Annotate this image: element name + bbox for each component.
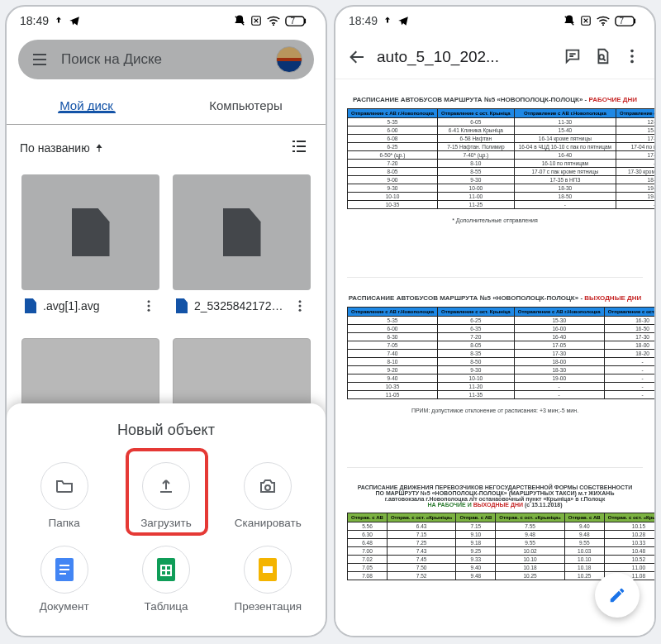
phone-left-drive: 18:49 7 Поиск на Диске Мой диск Комп [5, 5, 327, 637]
svg-point-5 [148, 305, 150, 308]
file-thumbnail [173, 174, 311, 290]
wifi-icon [597, 16, 610, 26]
silent-icon [564, 15, 575, 26]
close-box-icon [250, 15, 262, 26]
back-icon[interactable] [347, 47, 367, 67]
tab-label: Мой диск [59, 98, 113, 112]
schedule-title: РАСПИСАНИЕ ДВИЖЕНИЯ ПЕРЕВОЗЧИКОВ НЕГОСУД… [347, 484, 643, 508]
telegram-status-icon [397, 15, 409, 26]
tab-my-disk[interactable]: Мой диск [7, 98, 166, 112]
status-bar: 18:49 7 [7, 7, 326, 35]
svg-rect-3 [305, 18, 307, 23]
schedule-table-weekends: Отправление с АВ г.НовополоцкаОтправлени… [347, 307, 654, 399]
generic-file-icon [72, 208, 110, 256]
more-icon[interactable] [292, 298, 307, 313]
file-thumbnail [21, 174, 159, 290]
silent-icon [234, 15, 245, 26]
sort-row: По названию [7, 124, 326, 168]
file-name: 2_532584217240508955... [194, 299, 286, 312]
find-in-page-icon[interactable] [593, 47, 613, 67]
file-item[interactable]: 2_532584217240508955... [166, 168, 317, 320]
status-bar: 18:49 7 [335, 7, 654, 35]
svg-rect-11 [59, 565, 69, 566]
sort-label: По названию [20, 141, 90, 155]
svg-rect-13 [59, 573, 66, 575]
hamburger-icon[interactable] [30, 50, 50, 69]
document-title: auto_5_10_202... [377, 48, 554, 66]
battery-icon: 7 [615, 16, 641, 26]
svg-point-21 [630, 49, 634, 52]
svg-rect-20 [635, 18, 636, 23]
tab-computers[interactable]: Компьютеры [166, 98, 326, 112]
action-scan[interactable]: Сканировать [217, 454, 319, 537]
page-break [347, 245, 643, 278]
svg-point-22 [630, 55, 634, 58]
close-box-icon [580, 15, 592, 26]
action-label: Папка [49, 517, 80, 529]
edit-fab[interactable] [595, 573, 640, 618]
svg-point-23 [630, 60, 634, 63]
folder-icon [55, 476, 74, 496]
status-time: 18:49 [20, 14, 49, 27]
action-sheet[interactable]: Таблица [115, 537, 216, 621]
upload-status-icon [54, 16, 64, 26]
wifi-icon [267, 16, 280, 26]
action-label: Документ [40, 600, 89, 613]
action-folder[interactable]: Папка [13, 454, 115, 537]
page-break [347, 435, 643, 468]
drive-file-icon [25, 298, 36, 313]
action-label: Сканировать [235, 517, 302, 529]
upload-status-icon [383, 16, 392, 26]
svg-point-18 [602, 24, 604, 26]
sheets-icon [157, 558, 175, 581]
sort-button[interactable]: По названию [20, 141, 105, 155]
status-time: 18:49 [349, 14, 378, 27]
schedule-title: РАСПИСАНИЕ АВТОБУСОВ МАРШРУТА №5 «НОВОПО… [347, 96, 643, 103]
generic-file-icon [223, 208, 261, 256]
list-view-icon[interactable] [289, 136, 312, 160]
docs-icon [55, 558, 74, 581]
action-label: Презентация [235, 600, 302, 613]
more-icon[interactable] [141, 298, 156, 313]
svg-rect-12 [59, 569, 69, 570]
search-bar[interactable]: Поиск на Диске [18, 40, 314, 79]
search-placeholder: Поиск на Диске [61, 51, 264, 68]
slides-icon [259, 558, 277, 581]
tabs: Мой диск Компьютеры [7, 86, 326, 124]
svg-rect-16 [263, 566, 273, 573]
schedule-table-taxi: Отправ. с АВОтправ. с ост. «Крынiца»Отпр… [347, 513, 654, 580]
arrow-up-icon [93, 142, 105, 154]
svg-point-7 [299, 300, 302, 303]
action-label: Таблица [145, 600, 188, 613]
action-slides[interactable]: Презентация [217, 537, 319, 621]
tab-label: Компьютеры [209, 98, 282, 112]
highlight-upload [126, 448, 208, 536]
telegram-status-icon [69, 15, 80, 26]
avatar[interactable] [276, 46, 302, 73]
document-area[interactable]: РАСПИСАНИЕ АВТОБУСОВ МАРШРУТА №5 «НОВОПО… [335, 79, 654, 636]
viewer-topbar: auto_5_10_202... [335, 35, 654, 79]
svg-point-4 [148, 300, 150, 303]
svg-point-6 [148, 309, 150, 312]
footnote: ПРИМ: допустимое отклонение от расписани… [347, 408, 643, 413]
svg-point-9 [299, 309, 302, 312]
comment-icon[interactable] [564, 47, 583, 67]
pencil-icon [608, 586, 626, 604]
svg-point-8 [299, 305, 302, 308]
schedule-table-workdays: Отправление с АВ г.НовополоцкаОтправлени… [347, 108, 654, 209]
footnote: * Дополнительные отправления [347, 217, 643, 223]
action-document[interactable]: Документ [13, 537, 115, 621]
more-icon[interactable] [623, 47, 643, 67]
phone-right-viewer: 18:49 7 auto_5_10_202... РАСПИСАНИЕ АВТО… [334, 5, 656, 637]
file-name: .avg[1].avg [43, 299, 135, 312]
drive-file-icon [176, 298, 188, 313]
sheet-title: Новый объект [13, 422, 319, 439]
svg-point-1 [273, 24, 274, 26]
camera-icon [258, 476, 278, 496]
battery-icon: 7 [285, 16, 312, 26]
file-item[interactable]: .avg[1].avg [15, 168, 166, 320]
svg-rect-2 [286, 16, 304, 25]
schedule-title: РАСПИСАНИЕ АВТОБУСОВ МАРШРУТА №5 «НОВОПО… [347, 294, 643, 302]
new-object-sheet: Новый объект Папка Загрузить Сканировать… [7, 403, 326, 636]
